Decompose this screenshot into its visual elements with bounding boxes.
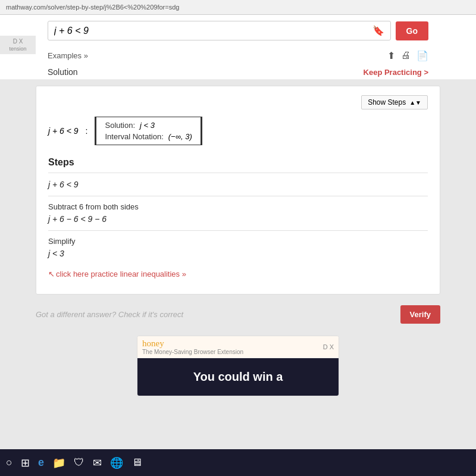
ad-close-icon[interactable]: D X [323, 343, 334, 350]
interval-label: Interval Notation: [105, 132, 163, 141]
honey-logo: honey [142, 339, 243, 349]
taskbar-shield-icon[interactable]: 🛡 [74, 456, 84, 469]
go-button[interactable]: Go [396, 21, 428, 40]
step-1-description: Subtract 6 from both sides [48, 202, 428, 211]
left-ad-strip: D X tension [0, 36, 36, 54]
ad-header: honey The Money-Saving Browser Extension… [137, 336, 339, 358]
taskbar-mail-icon[interactable]: ✉ [93, 456, 102, 469]
ad-body: You could win a [137, 358, 339, 396]
taskbar-start-icon[interactable]: ○ [6, 456, 12, 469]
verify-button[interactable]: Verify [400, 305, 440, 324]
result-equation: j + 6 < 9 [48, 126, 79, 136]
bracket-box: Solution: j < 3 Interval Notation: (−∞, … [95, 117, 202, 145]
ad-body-text: You could win a [193, 370, 283, 383]
show-steps-row: Show Steps ▲▼ [48, 95, 428, 109]
search-input-wrapper: 🔖 [48, 21, 391, 40]
examples-link[interactable]: Examples » [48, 51, 88, 60]
result-colon: : [86, 126, 88, 136]
taskbar-folder-icon[interactable]: 📁 [52, 456, 65, 469]
taskbar-app-icon[interactable]: 🖥 [131, 456, 142, 469]
print-icon[interactable]: 🖨 [401, 50, 411, 61]
steps-section: Steps j + 6 < 9 Subtract 6 from both sid… [48, 151, 428, 285]
step-2-math: j < 3 [48, 249, 64, 258]
icon-group: ⬆ 🖨 📄 [387, 50, 428, 61]
ad-logo-area: honey The Money-Saving Browser Extension [142, 339, 243, 355]
step-2: Simplify j < 3 [48, 230, 428, 265]
ad-banner: honey The Money-Saving Browser Extension… [137, 336, 339, 396]
browser-url-bar: mathway.com/solver/step-by-step/j%2B6<%2… [0, 0, 476, 15]
step-2-description: Simplify [48, 237, 428, 246]
pdf-icon[interactable]: 📄 [416, 50, 428, 61]
show-steps-label: Show Steps [368, 98, 406, 107]
interval-row: Interval Notation: (−∞, 3) [105, 132, 192, 141]
cursor-icon: ↖ [48, 270, 55, 278]
solution-row: Solution: j < 3 [105, 121, 192, 130]
keep-practicing-link[interactable]: Keep Practicing > [364, 68, 428, 77]
solution-header: Solution Keep Practicing > [0, 65, 476, 80]
practice-link-text: click here practice linear inequalities … [56, 270, 186, 278]
interval-value: (−∞, 3) [168, 132, 192, 141]
verify-text: Got a different answer? Check if it's co… [36, 310, 183, 319]
steps-title: Steps [48, 157, 428, 168]
dropdown-arrow-icon: ▲▼ [409, 99, 421, 106]
step-0: j + 6 < 9 [48, 173, 428, 196]
step-0-math: j + 6 < 9 [48, 180, 79, 189]
examples-row: Examples » ⬆ 🖨 📄 [0, 46, 476, 65]
taskbar-chrome-icon[interactable]: 🌐 [110, 456, 123, 469]
solution-value: j < 3 [140, 121, 155, 130]
solution-label: Solution [48, 67, 78, 77]
share-icon[interactable]: ⬆ [387, 50, 395, 61]
url-text: mathway.com/solver/step-by-step/j%2B6<%2… [6, 4, 179, 11]
step-1-math: j + 6 − 6 < 9 − 6 [48, 214, 107, 224]
taskbar-search-icon[interactable]: ⊞ [21, 456, 30, 469]
bookmark-icon[interactable]: 🔖 [372, 25, 384, 36]
result-line: j + 6 < 9 : Solution: j < 3 Interval Not… [48, 117, 428, 145]
step-1: Subtract 6 from both sides j + 6 − 6 < 9… [48, 196, 428, 230]
practice-link[interactable]: ↖ click here practice linear inequalitie… [48, 270, 186, 278]
ad-tagline: The Money-Saving Browser Extension [142, 349, 243, 355]
solution-box: Show Steps ▲▼ j + 6 < 9 : Solution: j < … [36, 86, 440, 295]
verify-row: Got a different answer? Check if it's co… [0, 299, 476, 330]
taskbar-edge-icon[interactable]: e [38, 456, 44, 469]
taskbar: ○ ⊞ e 📁 🛡 ✉ 🌐 🖥 [0, 449, 476, 476]
search-input[interactable] [54, 26, 372, 36]
solution-label-inner: Solution: [105, 121, 135, 130]
search-row: 🔖 Go [0, 15, 476, 46]
show-steps-button[interactable]: Show Steps ▲▼ [361, 95, 428, 109]
